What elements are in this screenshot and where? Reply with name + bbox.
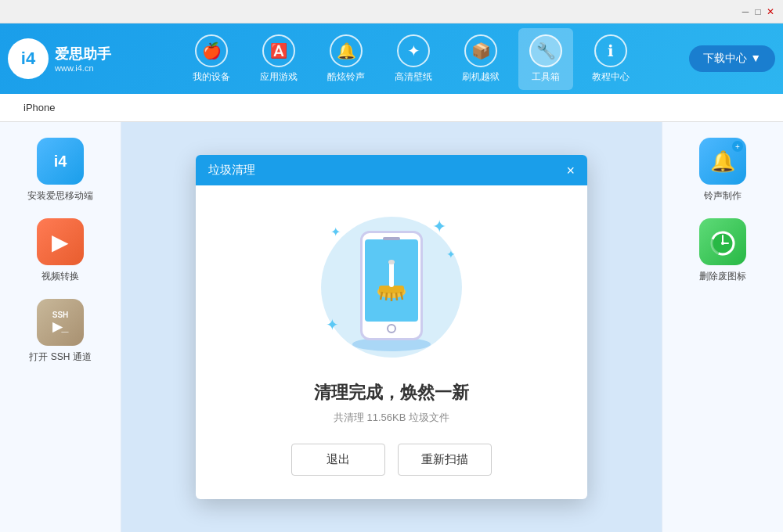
sidebar-item-delete-icons[interactable]: 删除废图标 bbox=[699, 218, 746, 283]
download-center-button[interactable]: 下载中心 ▼ bbox=[689, 45, 775, 72]
rescan-button[interactable]: 重新扫描 bbox=[398, 444, 492, 476]
top-nav: i4 爱思助手 www.i4.cn 🍎 我的设备 🅰️ 应用游戏 🔔 酷炫铃声 … bbox=[0, 23, 783, 94]
exit-button[interactable]: 退出 bbox=[291, 444, 385, 476]
ringtone-label: 铃声制作 bbox=[704, 189, 742, 203]
nav-item-tutorial[interactable]: ℹ 教程中心 bbox=[581, 28, 640, 90]
svg-line-5 bbox=[396, 293, 397, 300]
clean-completion-title: 清理完成，焕然一新 bbox=[314, 381, 469, 404]
modal-close-button[interactable]: × bbox=[566, 164, 575, 178]
nav-label-my-device: 我的设备 bbox=[193, 70, 230, 84]
install-i4-label: 安装爱思移动端 bbox=[27, 189, 93, 203]
logo-text: 爱思助手 www.i4.cn bbox=[55, 45, 111, 73]
delete-icons-label: 删除废图标 bbox=[699, 270, 746, 283]
maximize-button[interactable]: □ bbox=[752, 5, 764, 18]
video-convert-label: 视频转换 bbox=[41, 270, 79, 283]
modal-header: 垃圾清理 × bbox=[196, 155, 587, 185]
nav-label-tutorial: 教程中心 bbox=[592, 70, 630, 84]
nav-item-ringtones[interactable]: 🔔 酷炫铃声 bbox=[316, 28, 376, 90]
nav-icon-my-device: 🍎 bbox=[195, 34, 228, 67]
brand-name: 爱思助手 bbox=[55, 45, 111, 63]
nav-label-jailbreak: 刷机越狱 bbox=[462, 70, 500, 84]
title-bar: ─ □ ✕ bbox=[0, 0, 783, 23]
sparkle-2: ✦ bbox=[432, 217, 446, 237]
nav-item-my-device[interactable]: 🍎 我的设备 bbox=[182, 28, 241, 90]
phone-home-btn bbox=[387, 324, 396, 333]
nav-item-jailbreak[interactable]: 📦 刷机越狱 bbox=[451, 28, 511, 90]
phone-body bbox=[360, 231, 423, 340]
ssh-icon: SSH ▶_ bbox=[37, 299, 84, 346]
sub-tabs: iPhone bbox=[0, 94, 783, 122]
phone-screen bbox=[365, 239, 418, 322]
right-sidebar: 🔔 + 铃声制作 删除废图标 bbox=[662, 122, 783, 532]
nav-icon-ringtones: 🔔 bbox=[330, 34, 363, 67]
sparkle-1: ✦ bbox=[330, 225, 341, 239]
sidebar-item-install-i4[interactable]: i4 安装爱思移动端 bbox=[27, 138, 93, 203]
video-convert-icon: ▶ bbox=[37, 218, 84, 265]
nav-item-toolbox[interactable]: 🔧 工具箱 bbox=[518, 28, 573, 90]
nav-label-apps-games: 应用游戏 bbox=[260, 70, 298, 84]
broom-svg bbox=[373, 259, 410, 303]
nav-label-ringtones: 酷炫铃声 bbox=[327, 70, 365, 84]
sidebar-item-ssh[interactable]: SSH ▶_ 打开 SSH 通道 bbox=[29, 299, 91, 364]
nav-label-wallpapers: 高清壁纸 bbox=[395, 70, 432, 84]
delete-icons-icon bbox=[699, 218, 746, 265]
nav-item-wallpapers[interactable]: ✦ 高清壁纸 bbox=[384, 28, 443, 90]
main-content: i4 安装爱思移动端 ▶ 视频转换 SSH ▶_ 打开 SSH 通道 垃圾清理 … bbox=[0, 122, 783, 532]
center-area: 垃圾清理 × bbox=[121, 122, 662, 532]
svg-line-3 bbox=[386, 293, 387, 300]
svg-rect-7 bbox=[389, 262, 394, 287]
sidebar-item-ringtone[interactable]: 🔔 + 铃声制作 bbox=[699, 138, 746, 203]
nav-item-apps-games[interactable]: 🅰️ 应用游戏 bbox=[249, 28, 309, 90]
install-i4-icon: i4 bbox=[37, 138, 84, 185]
nav-icon-wallpapers: ✦ bbox=[397, 34, 430, 67]
left-sidebar: i4 安装爱思移动端 ▶ 视频转换 SSH ▶_ 打开 SSH 通道 bbox=[0, 122, 121, 532]
nav-icon-jailbreak: 📦 bbox=[464, 34, 497, 67]
ssh-label: 打开 SSH 通道 bbox=[29, 350, 91, 364]
sparkle-4: ✦ bbox=[446, 248, 456, 261]
device-label: iPhone bbox=[8, 97, 70, 118]
logo-area: i4 爱思助手 www.i4.cn bbox=[8, 38, 133, 79]
sparkle-3: ✦ bbox=[326, 315, 339, 334]
nav-label-toolbox: 工具箱 bbox=[532, 70, 560, 84]
logo-icon: i4 bbox=[8, 38, 49, 79]
close-window-button[interactable]: ✕ bbox=[764, 5, 777, 18]
modal-title: 垃圾清理 bbox=[208, 163, 255, 178]
brand-url: www.i4.cn bbox=[55, 63, 111, 73]
nav-icon-apps-games: 🅰️ bbox=[262, 34, 295, 67]
modal-body: ✦ ✦ ✦ ✦ 清理完成，焕然一新 共清理 11.56KB 垃圾文件 退出 重新… bbox=[196, 185, 587, 499]
phone-speaker bbox=[383, 237, 400, 240]
modal-actions: 退出 重新扫描 bbox=[291, 444, 492, 476]
clean-completion-subtitle: 共清理 11.56KB 垃圾文件 bbox=[334, 411, 449, 425]
nav-items: 🍎 我的设备 🅰️ 应用游戏 🔔 酷炫铃声 ✦ 高清壁纸 📦 刷机越狱 🔧 工具… bbox=[133, 28, 689, 90]
modal-overlay: 垃圾清理 × bbox=[121, 122, 662, 532]
nav-icon-toolbox: 🔧 bbox=[529, 34, 562, 67]
ringtone-icon: 🔔 + bbox=[699, 138, 746, 185]
clean-illustration: ✦ ✦ ✦ ✦ bbox=[313, 209, 470, 365]
nav-icon-tutorial: ℹ bbox=[594, 34, 627, 67]
svg-point-8 bbox=[388, 260, 395, 264]
minimize-button[interactable]: ─ bbox=[739, 5, 752, 18]
clean-modal: 垃圾清理 × bbox=[196, 155, 587, 499]
timer-svg bbox=[709, 228, 737, 256]
sidebar-item-video-convert[interactable]: ▶ 视频转换 bbox=[37, 218, 84, 283]
